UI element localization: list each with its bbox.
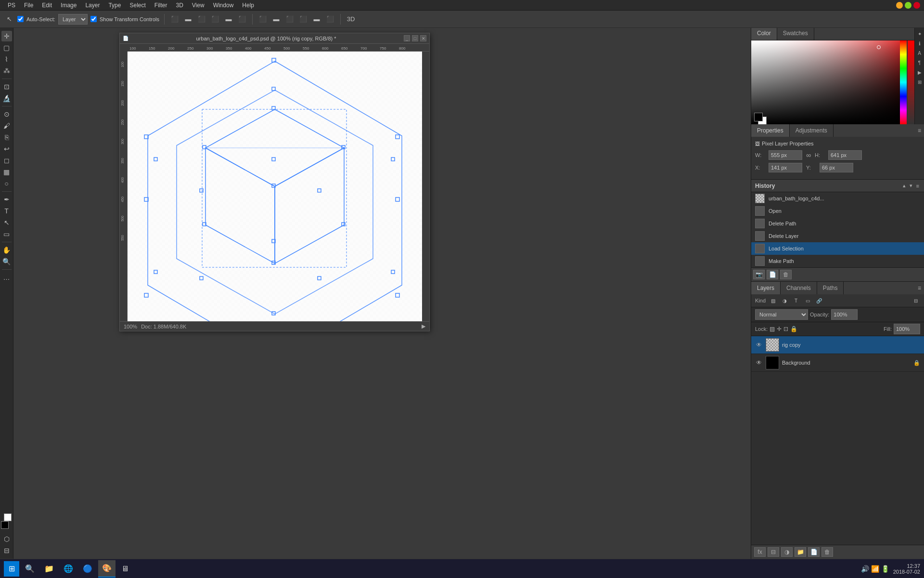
hue-slider[interactable]: [900, 40, 907, 124]
taskbar-search-btn[interactable]: 🔍: [21, 560, 38, 578]
layer-delete-btn[interactable]: 🗑: [821, 547, 833, 557]
pen-tool[interactable]: ✒: [1, 194, 12, 205]
align-top-btn[interactable]: ⬛: [210, 14, 220, 25]
history-item-0[interactable]: Open: [751, 205, 924, 217]
layer-fx-btn[interactable]: fx: [754, 547, 766, 557]
swatches-tab[interactable]: Swatches: [777, 28, 814, 40]
layer-group-btn[interactable]: 📁: [795, 547, 806, 557]
magic-wand-tool[interactable]: ⁂: [1, 66, 12, 76]
canvas-area[interactable]: 📄 urban_bath_logo_c4d_psd.psd @ 100% (ri…: [13, 28, 751, 559]
history-collapse-btn[interactable]: ▴: [902, 183, 907, 189]
create-snapshot-btn[interactable]: 📷: [753, 270, 765, 279]
layer-new-btn[interactable]: 📄: [808, 547, 820, 557]
quick-mask-btn[interactable]: ⬡: [1, 534, 12, 544]
x-input[interactable]: [769, 163, 802, 172]
background-color-swatch[interactable]: [4, 513, 12, 521]
delete-history-btn[interactable]: 🗑: [780, 270, 792, 279]
distribute-center-h-btn[interactable]: ▬: [271, 14, 282, 25]
color-picker-area[interactable]: [751, 40, 914, 124]
layer-rig-copy[interactable]: 👁 rig copy: [751, 336, 924, 354]
link-icon[interactable]: ∞: [806, 151, 811, 159]
paragraph-icon[interactable]: ¶: [916, 59, 924, 66]
channels-tab[interactable]: Channels: [781, 282, 817, 294]
crop-tool[interactable]: ⊡: [1, 81, 12, 92]
taskbar-file-btn[interactable]: 📁: [40, 560, 58, 578]
color-settings-icon[interactable]: ✦: [916, 30, 924, 38]
play-icon[interactable]: ▶: [916, 68, 924, 76]
clone-stamp-tool[interactable]: ⎘: [1, 132, 12, 143]
lock-position-btn[interactable]: ✛: [777, 326, 782, 332]
history-item-2[interactable]: Delete Layer: [751, 230, 924, 242]
layers-panel-menu[interactable]: ≡: [915, 282, 924, 294]
gradient-tool[interactable]: ▦: [1, 167, 12, 177]
align-bottom-btn[interactable]: ⬛: [237, 14, 247, 25]
layer-background[interactable]: 👁 Background 🔒: [751, 354, 924, 372]
history-menu-btn[interactable]: ≡: [915, 183, 920, 189]
doc-maximize-btn[interactable]: □: [412, 35, 418, 41]
taskbar-edge-btn[interactable]: 🔵: [79, 560, 96, 578]
menu-select[interactable]: Select: [126, 1, 149, 10]
text-size-icon[interactable]: A: [916, 49, 924, 57]
minimize-button[interactable]: [896, 2, 903, 9]
dodge-tool[interactable]: ○: [1, 178, 12, 189]
doc-close-btn[interactable]: ✕: [420, 35, 426, 41]
align-center-v-btn[interactable]: ▬: [223, 14, 234, 25]
eraser-tool[interactable]: ◻: [1, 155, 12, 166]
create-new-doc-btn[interactable]: 📄: [767, 270, 778, 279]
lock-all-btn[interactable]: 🔒: [790, 326, 797, 332]
distribute-left-btn[interactable]: ⬛: [257, 14, 268, 25]
kind-filter-pixel-btn[interactable]: ▨: [769, 296, 777, 305]
auto-select-checkbox[interactable]: [17, 16, 24, 22]
selection-tool[interactable]: ▢: [1, 42, 12, 53]
menu-filter[interactable]: Filter: [151, 1, 171, 10]
foreground-color-swatch[interactable]: [1, 521, 9, 529]
properties-panel-menu[interactable]: ≡: [915, 124, 924, 137]
color-gradient-area[interactable]: [751, 40, 900, 124]
hand-tool[interactable]: ✋: [1, 245, 12, 255]
history-item-3[interactable]: Load Selection: [751, 242, 924, 255]
align-center-h-btn[interactable]: ▬: [183, 14, 193, 25]
auto-select-dropdown[interactable]: Layer Group: [58, 14, 88, 25]
distribute-center-v-btn[interactable]: ▬: [311, 14, 322, 25]
layer-eye-rig-copy[interactable]: 👁: [755, 341, 763, 349]
shape-tool[interactable]: ▭: [1, 229, 12, 239]
history-item-1[interactable]: Delete Path: [751, 217, 924, 230]
menu-window[interactable]: Window: [209, 1, 238, 10]
start-button[interactable]: ⊞: [4, 561, 19, 577]
adjustments-tab[interactable]: Adjustments: [790, 124, 834, 137]
y-input[interactable]: [820, 163, 853, 172]
height-input[interactable]: [828, 150, 862, 160]
kind-filter-shape-btn[interactable]: ▭: [803, 296, 812, 305]
align-left-btn[interactable]: ⬛: [169, 14, 180, 25]
opacity-input[interactable]: [831, 309, 858, 320]
menu-help[interactable]: Help: [238, 1, 258, 10]
history-expand-btn[interactable]: ▾: [909, 183, 913, 189]
measure-icon[interactable]: ⊞: [916, 78, 924, 86]
show-transform-label[interactable]: Show Transform Controls: [100, 16, 159, 22]
move-tool[interactable]: ✛: [1, 31, 12, 41]
foreground-color[interactable]: [754, 113, 763, 121]
extra-tools[interactable]: …: [1, 272, 12, 283]
type-tool[interactable]: T: [1, 206, 12, 216]
width-input[interactable]: [769, 150, 802, 160]
distribute-bottom-btn[interactable]: ⬛: [325, 14, 335, 25]
screen-mode-btn[interactable]: ⊟: [1, 545, 12, 556]
blend-mode-select[interactable]: Normal Multiply Screen Overlay: [755, 309, 808, 320]
layer-eye-background[interactable]: 👁: [755, 359, 763, 367]
eyedropper-tool[interactable]: 🔬: [1, 93, 12, 104]
kind-filter-smart-btn[interactable]: 🔗: [815, 296, 823, 305]
opacity-slider[interactable]: [908, 40, 914, 124]
lasso-tool[interactable]: ⌇: [1, 54, 12, 65]
menu-type[interactable]: Type: [104, 1, 125, 10]
menu-file[interactable]: File: [20, 1, 37, 10]
properties-tab[interactable]: Properties: [751, 124, 790, 137]
maximize-button[interactable]: [905, 2, 911, 9]
layers-tab[interactable]: Layers: [751, 282, 781, 294]
clock[interactable]: 12:37 2018-07-02: [893, 563, 920, 575]
align-right-btn[interactable]: ⬛: [196, 14, 207, 25]
taskbar-browser-btn[interactable]: 🌐: [60, 560, 77, 578]
kind-filter-adj-btn[interactable]: ◑: [780, 296, 789, 305]
menu-ps[interactable]: PS: [4, 1, 19, 10]
lock-pixels-btn[interactable]: ▨: [770, 326, 775, 332]
lock-artboard-btn[interactable]: ⊡: [783, 326, 788, 332]
